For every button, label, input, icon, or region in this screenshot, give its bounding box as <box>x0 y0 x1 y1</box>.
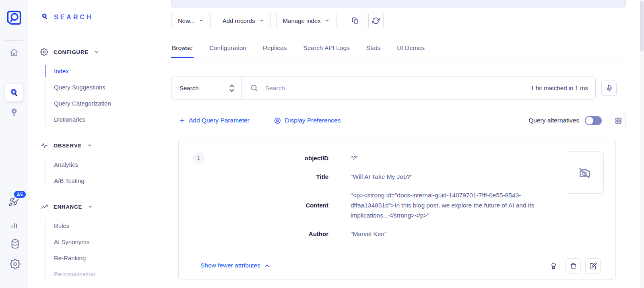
refresh-icon <box>372 17 380 25</box>
image-unavailable-icon <box>578 166 591 180</box>
manage-index-label: Manage index <box>283 17 321 24</box>
new-dropdown-button[interactable]: New... <box>171 13 211 28</box>
attribute-label: objectID <box>179 153 328 163</box>
product-title: SEARCH <box>40 12 93 23</box>
main-content: New... Add records Manage index <box>154 0 644 288</box>
query-alternatives-toggle[interactable] <box>585 116 602 125</box>
chevron-up-icon <box>264 263 270 269</box>
tab-replicas[interactable]: Replicas <box>262 42 287 58</box>
refresh-button[interactable] <box>368 13 384 28</box>
attribute-value: "2" <box>351 153 563 163</box>
sidebar-divider <box>35 36 154 36</box>
microphone-icon <box>605 85 613 92</box>
copy-icon <box>351 17 359 25</box>
product-title-label: SEARCH <box>54 14 93 21</box>
sidebar-item-rules[interactable]: Rules <box>28 218 154 234</box>
grid-icon <box>615 117 622 124</box>
sidebar-item-personalization[interactable]: Personalization <box>28 266 154 282</box>
query-alternatives-label: Query alternatives <box>528 117 579 124</box>
search-bar: Search 1 hit matched in 1 ms <box>171 77 596 99</box>
recommend-bulb-icon[interactable] <box>9 107 19 118</box>
query-alternatives-control: Query alternatives <box>528 116 602 125</box>
section-configure-header[interactable]: CONFIGURE <box>40 47 154 57</box>
tab-configuration[interactable]: Configuration <box>208 42 247 58</box>
sidebar-item-analytics[interactable]: Analytics <box>28 156 154 172</box>
attribute-row-objectid: objectID "2" <box>179 153 615 163</box>
attribute-row-author: Author "Marvel Ken" <box>179 229 615 239</box>
add-query-parameter-link[interactable]: Add Query Parameter <box>179 117 250 124</box>
search-product-icon[interactable] <box>5 84 23 102</box>
algolia-dashboard: 2/5 <box>0 0 644 288</box>
sidebar-item-dictionaries[interactable]: Dictionaries <box>28 111 154 127</box>
app-rail: 2/5 <box>0 0 28 288</box>
product-sidebar: SEARCH CONFIGURE Index Query Suggestions… <box>28 0 154 288</box>
sidebar-item-index[interactable]: Index <box>28 63 154 79</box>
edit-record-button[interactable] <box>585 258 601 273</box>
voice-search-button[interactable] <box>601 81 617 96</box>
sidebar-item-query-suggestions[interactable]: Query Suggestions <box>28 79 154 95</box>
attribute-value: "Will AI Take My Job?" <box>351 172 563 182</box>
delete-record-button[interactable] <box>566 258 581 273</box>
sidebar-item-query-categorization[interactable]: Query Categorization <box>28 95 154 111</box>
search-mode-label: Search <box>180 85 199 91</box>
add-query-parameter-label: Add Query Parameter <box>189 117 250 124</box>
edit-icon <box>589 262 597 270</box>
new-dropdown-label: New... <box>178 17 195 24</box>
enhance-trend-up-icon <box>40 203 48 211</box>
index-selector-bar-partial[interactable] <box>171 0 626 8</box>
settings-gear-icon[interactable] <box>9 258 21 270</box>
display-preferences-label: Display Preferences <box>285 117 341 124</box>
eye-icon <box>274 117 281 124</box>
tab-stats[interactable]: Stats <box>365 42 381 58</box>
award-ribbon-icon <box>549 262 558 270</box>
hit-attributes: objectID "2" Title "Will AI Take My Job?… <box>179 153 615 247</box>
search-hit-stats: 1 hit matched in 1 ms <box>530 85 588 91</box>
layout-grid-button[interactable] <box>611 113 626 128</box>
section-configure: CONFIGURE Index Query Suggestions Query … <box>28 47 154 127</box>
section-observe-label: OBSERVE <box>54 143 82 149</box>
copy-index-button[interactable] <box>348 13 363 28</box>
section-enhance-label: ENHANCE <box>54 204 82 210</box>
search-icon <box>250 84 259 93</box>
attribute-row-content: Content "<p><strong id="docs-internal-gu… <box>179 190 615 220</box>
hit-image-placeholder <box>565 151 604 194</box>
tab-search-api-logs[interactable]: Search API Logs <box>302 42 350 58</box>
section-observe-header[interactable]: OBSERVE <box>40 140 154 151</box>
search-mode-select[interactable]: Search <box>171 77 242 99</box>
hit-actions <box>546 258 601 273</box>
toggle-knob <box>586 117 593 124</box>
analytics-bars-icon[interactable] <box>9 220 19 230</box>
index-toolbar: New... Add records Manage index <box>171 13 384 28</box>
index-tabs: Browse Configuration Replicas Search API… <box>171 42 626 58</box>
promote-record-button[interactable] <box>546 258 561 273</box>
manage-index-dropdown-button[interactable]: Manage index <box>276 13 336 28</box>
trash-icon <box>570 262 577 270</box>
section-enhance-header[interactable]: ENHANCE <box>40 201 154 212</box>
home-icon[interactable] <box>9 47 19 58</box>
attribute-value: "<p><strong id="docs-internal-guid-14079… <box>351 190 563 220</box>
attribute-label: Content <box>179 200 328 210</box>
show-fewer-attributes-link[interactable]: Show fewer attributes <box>200 262 270 269</box>
select-up-down-icon <box>229 83 235 93</box>
show-fewer-label: Show fewer attributes <box>200 262 260 269</box>
section-observe: OBSERVE Analytics A/B Testing <box>28 140 154 189</box>
sidebar-item-ab-testing[interactable]: A/B Testing <box>28 172 154 189</box>
algolia-logo[interactable] <box>5 9 23 28</box>
display-preferences-link[interactable]: Display Preferences <box>274 117 341 124</box>
section-configure-label: CONFIGURE <box>54 49 89 55</box>
sidebar-item-ai-synonyms[interactable]: AI Synonyms <box>28 234 154 250</box>
add-records-dropdown-button[interactable]: Add records <box>216 13 271 28</box>
observe-pulse-icon <box>40 141 48 149</box>
tab-ui-demos[interactable]: UI Demos <box>396 42 425 58</box>
chevron-down-icon <box>199 18 204 23</box>
database-icon[interactable] <box>9 238 21 250</box>
section-enhance: ENHANCE Rules AI Synonyms Re-Ranking Per… <box>28 201 154 282</box>
plus-icon <box>179 118 185 124</box>
chevron-down-icon <box>325 18 330 23</box>
search-input[interactable] <box>265 85 530 92</box>
scrollbar-thumb[interactable] <box>640 1 644 51</box>
page-scrollbar[interactable] <box>640 0 644 288</box>
sidebar-item-re-ranking[interactable]: Re-Ranking <box>28 250 154 266</box>
tab-browse[interactable]: Browse <box>171 42 194 58</box>
chevron-down-icon <box>87 143 93 148</box>
